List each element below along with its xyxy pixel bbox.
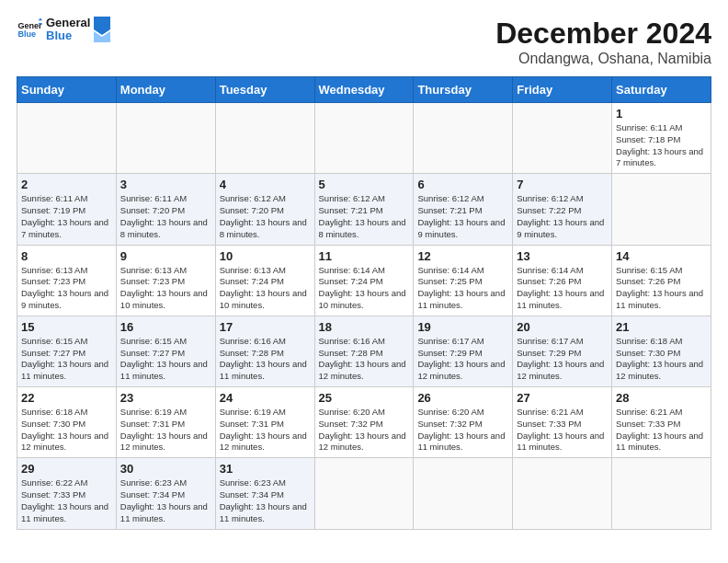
- day-info: Sunrise: 6:14 AMSunset: 7:24 PMDaylight:…: [319, 265, 406, 310]
- calendar-title: December 2024: [495, 17, 711, 51]
- day-info: Sunrise: 6:21 AMSunset: 7:33 PMDaylight:…: [517, 407, 604, 452]
- svg-text:General: General: [17, 21, 42, 30]
- day-info: Sunrise: 6:22 AMSunset: 7:33 PMDaylight:…: [21, 477, 108, 523]
- day-info: Sunrise: 6:12 AMSunset: 7:21 PMDaylight:…: [319, 193, 406, 238]
- day-number: 26: [417, 391, 508, 405]
- day-info: Sunrise: 6:18 AMSunset: 7:30 PMDaylight:…: [616, 336, 703, 381]
- calendar-week-6: 29Sunrise: 6:22 AMSunset: 7:33 PMDayligh…: [17, 458, 711, 529]
- logo-arrow-icon: [94, 17, 110, 42]
- calendar-cell: 27Sunrise: 6:21 AMSunset: 7:33 PMDayligh…: [513, 387, 612, 458]
- calendar-subtitle: Ondangwa, Oshana, Namibia: [495, 51, 711, 67]
- calendar-cell: [612, 174, 711, 245]
- day-number: 22: [21, 391, 112, 405]
- calendar-page: General Blue General Blue December 2024 …: [0, 0, 728, 563]
- logo-blue: Blue: [46, 29, 90, 42]
- day-number: 14: [616, 249, 707, 263]
- calendar-cell: 11Sunrise: 6:14 AMSunset: 7:24 PMDayligh…: [314, 245, 414, 316]
- day-info: Sunrise: 6:20 AMSunset: 7:32 PMDaylight:…: [417, 407, 505, 452]
- calendar-cell: 10Sunrise: 6:13 AMSunset: 7:24 PMDayligh…: [215, 245, 314, 316]
- calendar-cell: 9Sunrise: 6:13 AMSunset: 7:23 PMDaylight…: [116, 245, 215, 316]
- calendar-cell: 23Sunrise: 6:19 AMSunset: 7:31 PMDayligh…: [116, 387, 215, 458]
- day-number: 8: [21, 249, 112, 263]
- day-info: Sunrise: 6:15 AMSunset: 7:26 PMDaylight:…: [616, 265, 703, 310]
- calendar-cell: 26Sunrise: 6:20 AMSunset: 7:32 PMDayligh…: [414, 387, 513, 458]
- day-number: 4: [220, 178, 311, 191]
- calendar-cell: 22Sunrise: 6:18 AMSunset: 7:30 PMDayligh…: [17, 387, 117, 458]
- calendar-cell: 16Sunrise: 6:15 AMSunset: 7:27 PMDayligh…: [116, 316, 215, 386]
- day-info: Sunrise: 6:18 AMSunset: 7:30 PMDaylight:…: [21, 407, 108, 452]
- calendar-week-2: 2Sunrise: 6:11 AMSunset: 7:19 PMDaylight…: [17, 174, 711, 245]
- logo-general: General: [46, 17, 90, 29]
- calendar-cell: 13Sunrise: 6:14 AMSunset: 7:26 PMDayligh…: [513, 245, 612, 316]
- day-number: 27: [517, 391, 608, 405]
- calendar-cell: [314, 103, 414, 174]
- day-number: 7: [517, 178, 608, 191]
- day-number: 16: [120, 320, 211, 334]
- day-number: 15: [21, 320, 112, 334]
- logo: General Blue General Blue: [17, 17, 110, 43]
- day-info: Sunrise: 6:14 AMSunset: 7:26 PMDaylight:…: [517, 265, 604, 310]
- day-info: Sunrise: 6:13 AMSunset: 7:23 PMDaylight:…: [120, 265, 208, 310]
- day-number: 9: [120, 249, 211, 263]
- col-friday: Friday: [513, 77, 612, 103]
- calendar-cell: 2Sunrise: 6:11 AMSunset: 7:19 PMDaylight…: [17, 174, 117, 245]
- day-number: 10: [220, 249, 311, 263]
- day-info: Sunrise: 6:14 AMSunset: 7:25 PMDaylight:…: [417, 265, 505, 310]
- calendar-cell: 29Sunrise: 6:22 AMSunset: 7:33 PMDayligh…: [17, 458, 117, 529]
- calendar-cell: [414, 103, 513, 174]
- calendar-cell: 30Sunrise: 6:23 AMSunset: 7:34 PMDayligh…: [116, 458, 215, 529]
- day-number: 23: [120, 391, 211, 405]
- calendar-cell: 24Sunrise: 6:19 AMSunset: 7:31 PMDayligh…: [215, 387, 314, 458]
- calendar-cell: 25Sunrise: 6:20 AMSunset: 7:32 PMDayligh…: [314, 387, 414, 458]
- svg-marker-5: [94, 17, 110, 35]
- day-info: Sunrise: 6:11 AMSunset: 7:19 PMDaylight:…: [21, 193, 108, 238]
- day-info: Sunrise: 6:15 AMSunset: 7:27 PMDaylight:…: [120, 336, 208, 381]
- day-number: 17: [220, 320, 311, 334]
- day-number: 3: [120, 178, 211, 191]
- day-number: 31: [220, 462, 311, 476]
- title-block: December 2024 Ondangwa, Oshana, Namibia: [495, 17, 711, 67]
- calendar-cell: 14Sunrise: 6:15 AMSunset: 7:26 PMDayligh…: [612, 245, 711, 316]
- day-info: Sunrise: 6:12 AMSunset: 7:22 PMDaylight:…: [517, 193, 604, 238]
- calendar-cell: 17Sunrise: 6:16 AMSunset: 7:28 PMDayligh…: [215, 316, 314, 386]
- col-thursday: Thursday: [414, 77, 513, 103]
- col-tuesday: Tuesday: [215, 77, 314, 103]
- calendar-week-1: 1Sunrise: 6:11 AMSunset: 7:18 PMDaylight…: [17, 103, 711, 174]
- day-info: Sunrise: 6:11 AMSunset: 7:18 PMDaylight:…: [616, 122, 703, 167]
- calendar-cell: 1Sunrise: 6:11 AMSunset: 7:18 PMDaylight…: [612, 103, 711, 174]
- header: General Blue General Blue December 2024 …: [17, 17, 711, 67]
- calendar-cell: [17, 103, 117, 174]
- day-info: Sunrise: 6:21 AMSunset: 7:33 PMDaylight:…: [616, 407, 703, 452]
- day-number: 25: [319, 391, 410, 405]
- calendar-cell: [116, 103, 215, 174]
- day-info: Sunrise: 6:23 AMSunset: 7:34 PMDaylight:…: [120, 477, 208, 523]
- day-info: Sunrise: 6:11 AMSunset: 7:20 PMDaylight:…: [120, 193, 208, 238]
- calendar-cell: 7Sunrise: 6:12 AMSunset: 7:22 PMDaylight…: [513, 174, 612, 245]
- calendar-table: Sunday Monday Tuesday Wednesday Thursday…: [17, 76, 711, 530]
- day-info: Sunrise: 6:15 AMSunset: 7:27 PMDaylight:…: [21, 336, 108, 381]
- day-number: 21: [616, 320, 707, 334]
- day-number: 19: [417, 320, 508, 334]
- calendar-cell: 4Sunrise: 6:12 AMSunset: 7:20 PMDaylight…: [215, 174, 314, 245]
- day-number: 11: [319, 249, 410, 263]
- day-number: 12: [417, 249, 508, 263]
- day-info: Sunrise: 6:20 AMSunset: 7:32 PMDaylight:…: [319, 407, 406, 452]
- day-number: 5: [319, 178, 410, 191]
- calendar-cell: 19Sunrise: 6:17 AMSunset: 7:29 PMDayligh…: [414, 316, 513, 386]
- day-number: 18: [319, 320, 410, 334]
- col-wednesday: Wednesday: [314, 77, 414, 103]
- calendar-cell: [513, 458, 612, 529]
- calendar-cell: 18Sunrise: 6:16 AMSunset: 7:28 PMDayligh…: [314, 316, 414, 386]
- day-number: 28: [616, 391, 707, 405]
- day-info: Sunrise: 6:13 AMSunset: 7:23 PMDaylight:…: [21, 265, 108, 310]
- svg-text:Blue: Blue: [17, 30, 36, 40]
- day-number: 30: [120, 462, 211, 476]
- day-info: Sunrise: 6:16 AMSunset: 7:28 PMDaylight:…: [220, 336, 307, 381]
- day-info: Sunrise: 6:13 AMSunset: 7:24 PMDaylight:…: [220, 265, 307, 310]
- day-info: Sunrise: 6:17 AMSunset: 7:29 PMDaylight:…: [417, 336, 505, 381]
- calendar-cell: 8Sunrise: 6:13 AMSunset: 7:23 PMDaylight…: [17, 245, 117, 316]
- calendar-cell: 6Sunrise: 6:12 AMSunset: 7:21 PMDaylight…: [414, 174, 513, 245]
- calendar-cell: [215, 103, 314, 174]
- calendar-cell: [612, 458, 711, 529]
- day-info: Sunrise: 6:23 AMSunset: 7:34 PMDaylight:…: [220, 477, 307, 523]
